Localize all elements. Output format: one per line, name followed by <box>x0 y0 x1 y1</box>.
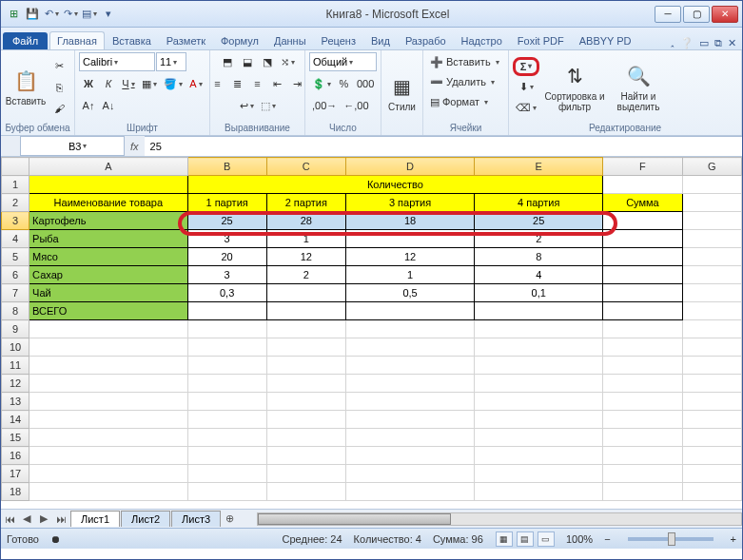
cell[interactable] <box>345 429 474 447</box>
cell[interactable] <box>475 320 603 338</box>
cell[interactable] <box>345 375 474 393</box>
cell[interactable] <box>345 483 474 501</box>
cell[interactable] <box>682 338 741 357</box>
select-all-corner[interactable] <box>2 158 29 176</box>
zoom-slider[interactable] <box>628 537 714 541</box>
cell[interactable] <box>682 465 741 483</box>
new-sheet-icon[interactable]: ⊕ <box>221 512 238 525</box>
copy-icon[interactable]: ⎘ <box>49 78 68 97</box>
file-tab[interactable]: Файл <box>3 32 48 49</box>
italic-button[interactable]: К <box>99 74 118 93</box>
align-top-icon[interactable]: ⬒ <box>218 52 237 71</box>
row-header[interactable]: 2 <box>2 194 29 212</box>
sheet-nav-next-icon[interactable]: ▶ <box>35 512 52 525</box>
excel-icon[interactable]: ⊞ <box>5 6 22 23</box>
cell[interactable] <box>187 375 266 393</box>
cell[interactable]: 1 <box>266 230 345 248</box>
cell[interactable] <box>603 320 682 338</box>
cell[interactable] <box>682 447 741 465</box>
cell[interactable] <box>266 447 345 465</box>
cell[interactable]: 3 <box>187 266 266 284</box>
wrap-text-icon[interactable]: ↩ <box>237 96 257 115</box>
tab-addins[interactable]: Надстро <box>454 31 510 49</box>
undo-icon[interactable]: ↶ <box>43 6 60 23</box>
sheet-tab[interactable]: Лист1 <box>70 511 120 527</box>
row-header[interactable]: 3 <box>2 212 29 230</box>
sheet-nav-first-icon[interactable]: ⏮ <box>1 513 18 525</box>
cell[interactable] <box>603 338 682 357</box>
cell[interactable] <box>603 483 682 501</box>
cell[interactable] <box>475 393 603 411</box>
cell[interactable] <box>29 483 187 501</box>
cell[interactable]: 1 <box>345 266 474 284</box>
cell[interactable]: Мясо <box>29 248 187 266</box>
cell[interactable] <box>187 411 266 429</box>
cell[interactable] <box>187 302 266 320</box>
cell[interactable] <box>345 338 474 357</box>
cell[interactable] <box>266 411 345 429</box>
cell[interactable] <box>187 393 266 411</box>
cell[interactable] <box>682 393 741 411</box>
border-icon[interactable]: ▦ <box>139 74 160 93</box>
qat-customize-icon[interactable]: ▤ <box>81 6 98 23</box>
cell[interactable] <box>187 465 266 483</box>
close-button[interactable]: ✕ <box>712 6 738 23</box>
zoom-out-icon[interactable]: − <box>604 533 610 545</box>
cell[interactable] <box>682 429 741 447</box>
format-cells-button[interactable]: ▤Формат <box>427 92 504 111</box>
tab-foxit[interactable]: Foxit PDF <box>510 31 572 49</box>
insert-cells-button[interactable]: ➕Вставить <box>427 52 504 71</box>
fx-icon[interactable]: fx <box>130 141 139 152</box>
cell[interactable] <box>29 465 187 483</box>
cell[interactable] <box>187 483 266 501</box>
cell[interactable] <box>29 447 187 465</box>
align-left-icon[interactable]: ≡ <box>208 74 227 93</box>
cell[interactable] <box>603 357 682 375</box>
cell[interactable] <box>187 357 266 375</box>
align-bottom-icon[interactable]: ⬔ <box>258 52 277 71</box>
tab-layout[interactable]: Разметк <box>159 31 213 49</box>
bold-button[interactable]: Ж <box>79 74 98 93</box>
merged-header[interactable]: Количество <box>187 176 603 194</box>
cell[interactable]: 12 <box>266 248 345 266</box>
cell[interactable] <box>682 483 741 501</box>
cell[interactable] <box>266 284 345 302</box>
cell[interactable] <box>266 465 345 483</box>
cell[interactable] <box>603 429 682 447</box>
cell[interactable] <box>266 375 345 393</box>
cell[interactable] <box>187 429 266 447</box>
styles-button[interactable]: ▦ Стили <box>385 71 419 114</box>
help-icon[interactable]: ❔ <box>680 37 694 49</box>
underline-button[interactable]: Ч <box>119 74 138 93</box>
cell[interactable] <box>603 465 682 483</box>
cell[interactable] <box>682 411 741 429</box>
cell[interactable]: 20 <box>187 248 266 266</box>
col-header[interactable]: F <box>603 158 682 176</box>
indent-dec-icon[interactable]: ⇤ <box>268 74 287 93</box>
tab-insert[interactable]: Вставка <box>105 31 159 49</box>
cell[interactable] <box>345 320 474 338</box>
col-header[interactable]: A <box>29 158 187 176</box>
indent-inc-icon[interactable]: ⇥ <box>288 74 307 93</box>
sheet-nav-last-icon[interactable]: ⏭ <box>52 513 69 525</box>
tab-review[interactable]: Реценз <box>314 31 363 49</box>
comma-icon[interactable]: 000 <box>354 74 377 93</box>
format-painter-icon[interactable]: 🖌 <box>49 99 68 118</box>
cell[interactable] <box>266 302 345 320</box>
name-box[interactable]: B3 <box>20 136 125 156</box>
row-header[interactable]: 9 <box>2 320 29 338</box>
cell[interactable] <box>603 393 682 411</box>
row-header[interactable]: 16 <box>2 447 29 465</box>
save-icon[interactable]: 💾 <box>24 6 41 23</box>
cell[interactable]: 28 <box>266 212 345 230</box>
col-header[interactable]: G <box>682 158 741 176</box>
col-header[interactable]: C <box>266 158 345 176</box>
cell[interactable] <box>475 411 603 429</box>
row-header[interactable]: 8 <box>2 302 29 320</box>
percent-icon[interactable]: % <box>334 74 353 93</box>
cell[interactable] <box>29 429 187 447</box>
row-header[interactable]: 18 <box>2 483 29 501</box>
cell[interactable] <box>475 483 603 501</box>
cell[interactable] <box>266 429 345 447</box>
autosum-button[interactable]: Σ <box>513 57 539 76</box>
